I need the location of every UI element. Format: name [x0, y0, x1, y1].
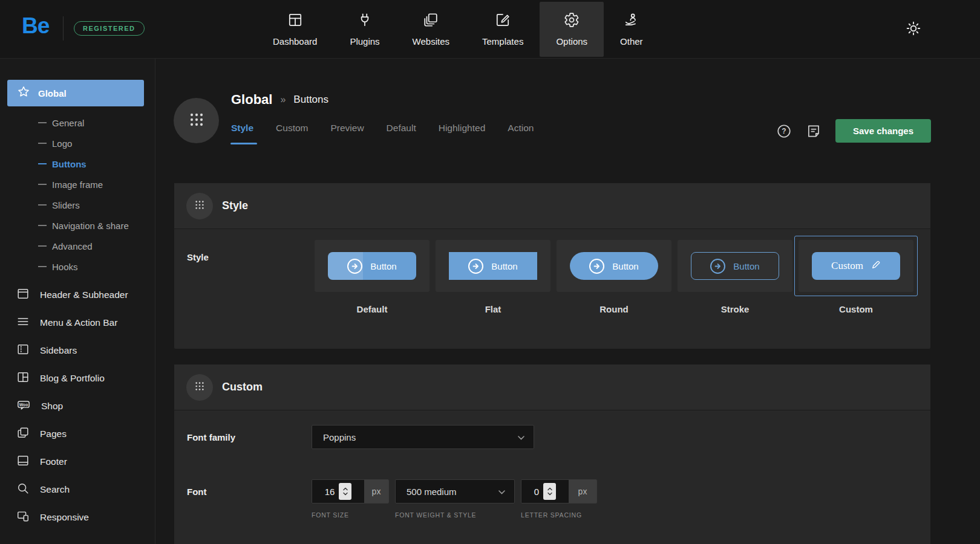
columns-layout-icon: [16, 371, 30, 386]
nav-other[interactable]: Other: [604, 2, 659, 57]
nav-label: Options: [556, 36, 587, 47]
sun-icon[interactable]: [905, 20, 922, 37]
letter-spacing-caption: LETTER SPACING: [521, 511, 597, 519]
font-controls: 16 px FONT SIZE 500 medium FONT WEIGHT: [312, 479, 597, 519]
global-sub-list: General Logo Buttons Image frame Sliders…: [0, 112, 155, 277]
sidebar-item-shop[interactable]: Woo Shop: [0, 392, 155, 420]
nav-templates[interactable]: Templates: [466, 2, 540, 57]
option-label: Stroke: [721, 304, 750, 314]
sidebar-item-sidebars[interactable]: Sidebars: [0, 337, 155, 364]
sidebar-item-global[interactable]: Global: [7, 80, 144, 106]
drag-handle[interactable]: [186, 193, 213, 219]
grid-dots-icon: [195, 381, 204, 393]
sidebar-item-menu-action-bar[interactable]: Menu & Action Bar: [0, 309, 155, 337]
letter-spacing-input[interactable]: 0: [521, 480, 569, 503]
betheme-options-app: Be REGISTERED Dashboard Plugins Website: [0, 0, 980, 544]
sidebar-item-sliders[interactable]: Sliders: [0, 195, 155, 215]
tab-custom[interactable]: Custom: [276, 123, 308, 135]
custom-section-header: Custom: [174, 364, 930, 410]
option-label: Custom: [839, 304, 873, 314]
stepper-icon[interactable]: [543, 483, 556, 500]
arrow-circle-icon: [710, 259, 725, 274]
devices-icon: [16, 510, 30, 525]
option-card: Button: [678, 240, 792, 292]
sidebar-sections: Header & Subheader Menu & Action Bar Sid…: [0, 281, 155, 531]
be-logo[interactable]: Be: [22, 13, 49, 39]
font-size-group: 16 px FONT SIZE: [312, 479, 389, 519]
sidebar-item-search[interactable]: Search: [0, 476, 155, 504]
sidebar-item-blog-portfolio[interactable]: Blog & Portfolio: [0, 364, 155, 392]
sidebar-item-logo[interactable]: Logo: [0, 133, 155, 154]
footer-layout-icon: [16, 454, 30, 470]
grid-dots-icon: [195, 200, 204, 212]
save-changes-button[interactable]: Save changes: [835, 119, 931, 143]
style-option-stroke[interactable]: Button Stroke: [678, 240, 792, 314]
nav-plugins[interactable]: Plugins: [333, 2, 396, 57]
person-hand-icon: [624, 12, 639, 30]
option-card-selected: Custom: [799, 240, 913, 292]
sidebar-item-image-frame[interactable]: Image frame: [0, 174, 155, 195]
sidebar-item-footer[interactable]: Footer: [0, 448, 155, 476]
sidebar-item-general[interactable]: General: [0, 112, 155, 133]
letter-spacing-group: 0 px LETTER SPACING: [521, 479, 597, 519]
sidebar-item-responsive[interactable]: Responsive: [0, 504, 155, 531]
nav-websites[interactable]: Websites: [396, 2, 466, 57]
search-icon: [16, 482, 30, 497]
style-option-custom[interactable]: Custom Custom: [799, 240, 913, 314]
sidebar-item-pages[interactable]: Pages: [0, 420, 155, 448]
nav-dashboard[interactable]: Dashboard: [256, 2, 333, 57]
style-section: Style Style Button Default: [174, 183, 930, 349]
tab-action[interactable]: Action: [508, 123, 534, 135]
sidebar-item-buttons[interactable]: Buttons: [0, 154, 155, 174]
style-row-label: Style: [187, 252, 209, 262]
option-label: Default: [357, 304, 388, 314]
sample-button-flat: Button: [449, 252, 537, 280]
grid-dots-icon: [189, 112, 204, 129]
arrow-circle-icon: [347, 259, 362, 274]
sidebar-item-header-subheader[interactable]: Header & Subheader: [0, 281, 155, 309]
breadcrumb: Global » Buttons: [231, 91, 328, 109]
top-navigation: Dashboard Plugins Websites Templates: [256, 0, 659, 59]
font-family-select[interactable]: Poppins: [312, 425, 534, 449]
style-option-flat[interactable]: Button Flat: [436, 240, 550, 314]
font-size-input[interactable]: 16: [312, 480, 364, 503]
dash-icon: [38, 225, 47, 226]
svg-text:?: ?: [782, 127, 786, 135]
select-value: 500 medium: [407, 487, 457, 497]
style-options: Button Default Button Flat: [315, 240, 913, 314]
sample-button-default: Button: [328, 252, 416, 280]
tab-preview[interactable]: Preview: [330, 123, 364, 135]
nav-label: Websites: [413, 36, 449, 47]
style-option-default[interactable]: Button Default: [315, 240, 430, 314]
nav-label: Dashboard: [273, 36, 317, 47]
font-weight-select[interactable]: 500 medium: [395, 479, 515, 504]
dash-icon: [38, 245, 47, 247]
arrow-circle-icon: [589, 259, 604, 274]
drag-handle[interactable]: [186, 374, 213, 401]
tab-highlighted[interactable]: Highlighted: [439, 123, 486, 135]
websites-icon: [423, 12, 439, 30]
option-label: Flat: [485, 304, 501, 314]
question-circle-icon[interactable]: ?: [776, 123, 792, 139]
breadcrumb-parent[interactable]: Global: [231, 92, 272, 108]
sidebar-layout-icon: [16, 343, 30, 358]
templates-icon: [495, 12, 511, 30]
stepper-icon[interactable]: [339, 483, 351, 500]
drag-handle-avatar[interactable]: [174, 98, 219, 143]
nav-options[interactable]: Options: [540, 2, 604, 57]
style-option-round[interactable]: Button Round: [557, 240, 671, 314]
main-content: Global » Buttons Style Custom Preview De…: [156, 59, 980, 544]
arrow-circle-icon: [468, 259, 483, 274]
option-card: Button: [315, 240, 430, 292]
tab-style[interactable]: Style: [231, 123, 253, 135]
font-size-caption: FONT SIZE: [312, 511, 389, 519]
sidebar-item-hooks[interactable]: Hooks: [0, 256, 155, 277]
section-tabs: Style Custom Preview Default Highlighted…: [231, 123, 534, 135]
unit-px: px: [364, 480, 388, 503]
tab-default[interactable]: Default: [387, 123, 416, 135]
sidebar-item-navigation-share[interactable]: Navigation & share: [0, 215, 155, 236]
hamburger-icon: [16, 315, 30, 331]
sidebar-item-advanced[interactable]: Advanced: [0, 236, 155, 256]
breadcrumb-current: Buttons: [293, 94, 328, 106]
note-icon[interactable]: [806, 123, 822, 139]
